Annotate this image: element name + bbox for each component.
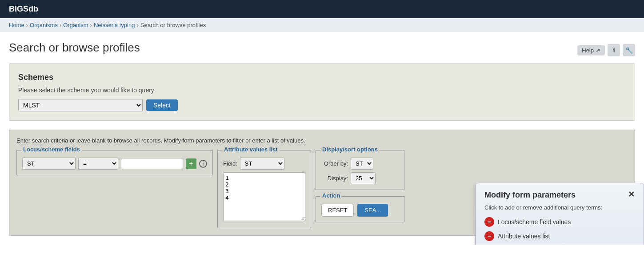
popup-list-item-locus: Locus/scheme field values — [484, 217, 635, 227]
attr-field-label: Field: — [223, 160, 237, 167]
popup-item-attr-label: Attribute values list — [498, 233, 550, 240]
breadcrumb-neisseria[interactable]: Neisseria typing — [94, 22, 135, 28]
close-icon: ✕ — [628, 190, 635, 199]
minus-icon — [487, 218, 491, 226]
attr-values-legend: Attribute values list — [222, 146, 280, 153]
modify-popup: Modify form parameters ✕ Click to add or… — [475, 183, 644, 245]
action-group: Action RESET SEA... — [316, 196, 404, 222]
breadcrumb-organisms[interactable]: Organisms — [30, 22, 58, 28]
schemes-description: Please select the scheme you would like … — [18, 87, 626, 94]
display-select[interactable]: 25 50 100 200 — [351, 172, 376, 184]
scheme-select[interactable]: MLST — [18, 99, 143, 111]
attr-textarea[interactable]: 1 2 3 4 — [223, 172, 305, 221]
schemes-section: Schemes Please select the scheme you wou… — [9, 63, 635, 121]
search-description: Enter search criteria or leave blank to … — [16, 137, 628, 144]
attr-field-row: Field: ST — [223, 158, 305, 170]
schemes-controls: MLST Select — [18, 99, 626, 111]
breadcrumb-home[interactable]: Home — [9, 22, 24, 28]
reset-button[interactable]: RESET — [321, 204, 354, 217]
locus-row: ST = contains starts with ends with > < … — [22, 158, 207, 170]
attr-field-select[interactable]: ST — [240, 158, 284, 170]
breadcrumb-sep-4: › — [136, 22, 138, 28]
order-by-row: Order by: ST — [321, 158, 399, 170]
page-content: Search or browse profiles Schemes Please… — [0, 32, 644, 245]
breadcrumb-sep-1: › — [26, 22, 28, 28]
search-btn-label: SEA... — [364, 207, 381, 214]
locus-fields-legend: Locus/scheme fields — [21, 146, 82, 153]
field-info-icon[interactable]: i — [199, 160, 207, 168]
operator-select[interactable]: = contains starts with ends with > < — [78, 158, 118, 170]
display-label: Display: — [321, 175, 348, 182]
locus-fields-group: Locus/scheme fields ST = contains starts… — [16, 150, 213, 175]
attr-values-group: Attribute values list Field: ST 1 2 3 4 — [217, 150, 311, 228]
breadcrumb-sep-3: › — [90, 22, 92, 28]
remove-attr-button[interactable] — [484, 231, 494, 241]
minus-icon-2 — [487, 233, 491, 240]
info-letter: i — [203, 161, 204, 167]
popup-list-item-attr: Attribute values list — [484, 231, 635, 241]
breadcrumb-organism[interactable]: Organism — [63, 22, 88, 28]
add-field-button[interactable]: + — [186, 158, 196, 169]
popup-title: Modify form parameters — [484, 190, 576, 200]
action-buttons: RESET SEA... — [321, 204, 399, 217]
app-title: BIGSdb — [9, 4, 38, 13]
breadcrumb-sep-2: › — [60, 22, 61, 28]
popup-list: Locus/scheme field values Attribute valu… — [484, 217, 635, 245]
locus-field-select[interactable]: ST — [22, 158, 76, 170]
display-sort-legend: Display/sort options — [320, 146, 380, 153]
order-by-select[interactable]: ST — [351, 158, 373, 170]
popup-header: Modify form parameters ✕ — [484, 190, 635, 200]
header: BIGSdb — [0, 0, 644, 18]
display-sort-group: Display/sort options Order by: ST Displa… — [316, 150, 404, 190]
popup-close-button[interactable]: ✕ — [628, 190, 635, 198]
popup-item-locus-label: Locus/scheme field values — [498, 218, 571, 226]
display-row: Display: 25 50 100 200 — [321, 172, 399, 184]
breadcrumb: Home › Organisms › Organism › Neisseria … — [0, 18, 644, 32]
order-by-label: Order by: — [321, 160, 348, 167]
value-input[interactable] — [121, 158, 183, 169]
popup-description: Click to add or remove additional query … — [484, 204, 635, 211]
action-legend: Action — [320, 192, 342, 199]
plus-icon: + — [189, 160, 193, 167]
right-column: Display/sort options Order by: ST Displa… — [316, 150, 404, 222]
select-button[interactable]: Select — [146, 99, 178, 111]
breadcrumb-current: Search or browse profiles — [140, 22, 206, 28]
search-button[interactable]: SEA... — [357, 204, 388, 217]
page-title: Search or browse profiles — [9, 41, 635, 55]
schemes-title: Schemes — [18, 73, 626, 82]
remove-locus-button[interactable] — [484, 217, 494, 227]
